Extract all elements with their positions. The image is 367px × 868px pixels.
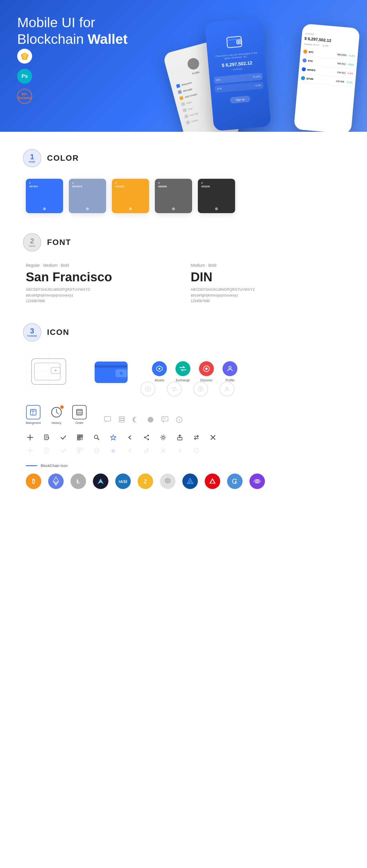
- right-arrow-icon-ghost: [175, 446, 184, 455]
- svg-point-20: [205, 368, 207, 370]
- icon-grid: Assets Exchange: [26, 353, 344, 489]
- svg-rect-61: [80, 439, 81, 440]
- svg-line-70: [145, 438, 148, 439]
- swatch-gray: #666666: [155, 179, 192, 213]
- ghost-app-icons: [140, 381, 344, 397]
- svg-marker-93: [53, 482, 59, 486]
- color-title: COLOR: [47, 154, 79, 163]
- coin-zcash: Z: [138, 473, 153, 489]
- svg-line-64: [97, 438, 99, 440]
- svg-point-18: [159, 368, 160, 370]
- svg-rect-59: [80, 438, 81, 439]
- utility-icons-row-2: i: [26, 446, 344, 455]
- check-icon-ghost: [59, 446, 68, 455]
- main-content: 1 ONE COLOR #3574FA #8DA0C8: [0, 132, 367, 526]
- document-edit-icon: [43, 433, 51, 442]
- layers-icon: [118, 416, 125, 425]
- qr-icon-ghost: [76, 446, 84, 455]
- coin-ltc: Ł: [70, 473, 86, 489]
- plus-icon: [26, 433, 34, 442]
- swatch-lightblue: #8DA0C8: [69, 179, 106, 213]
- management-icon: [26, 405, 40, 420]
- section-number-2: 2 TWO: [23, 233, 41, 251]
- history-dot: [60, 405, 64, 409]
- utility-icons-row-1: [26, 433, 344, 442]
- close-icon-ghost: [159, 446, 167, 455]
- coin-iota: [160, 473, 175, 489]
- order-icon: [72, 405, 87, 420]
- coin-golem: [227, 473, 243, 489]
- left-arrow-icon: [125, 433, 134, 442]
- plus-icon-ghost: [26, 446, 34, 455]
- coin-wings: [93, 473, 108, 489]
- svg-marker-86: [111, 448, 116, 453]
- icon-title: ICON: [47, 328, 69, 337]
- check-icon: [59, 433, 68, 442]
- svg-point-85: [95, 450, 98, 452]
- coin-lisk: [182, 473, 198, 489]
- export-icon: [175, 433, 184, 442]
- wallet-solid: [89, 353, 135, 390]
- color-section-header: 1 ONE COLOR: [23, 149, 344, 167]
- history-nav-item: History: [49, 405, 64, 425]
- svg-point-23: [147, 388, 149, 390]
- svg-text:i: i: [196, 449, 197, 452]
- font-section-header: 2 TWO FONT: [23, 233, 344, 251]
- wallet-wireframe: [26, 353, 72, 390]
- svg-rect-14: [94, 365, 128, 368]
- blockchain-line-decor: [26, 465, 37, 466]
- coin-tron: [205, 473, 220, 489]
- coin-btc: ₿: [26, 473, 41, 489]
- hero-title: Mobile UI for Blockchain Wallet: [17, 14, 161, 47]
- svg-text:i: i: [179, 418, 180, 422]
- svg-rect-60: [82, 438, 83, 439]
- profile-icon-item: Profile: [223, 361, 237, 382]
- close-icon: [209, 433, 217, 442]
- order-nav-item: Order: [72, 405, 87, 425]
- share-icon: [142, 433, 151, 442]
- font-grid: Regular · Medium · Bold San Francisco AB…: [26, 263, 344, 303]
- svg-rect-54: [78, 435, 79, 437]
- blockchain-label: BlockChain Icon: [26, 464, 344, 468]
- coin-matic: [250, 473, 265, 489]
- svg-text:Ł: Ł: [77, 478, 80, 485]
- svg-point-10: [55, 370, 56, 371]
- assets-icon: [152, 361, 167, 376]
- svg-point-67: [148, 439, 149, 440]
- color-section: 1 ONE COLOR #3574FA #8DA0C8: [23, 149, 344, 213]
- document-edit-icon-ghost: [43, 446, 51, 455]
- svg-line-69: [145, 436, 148, 437]
- svg-rect-81: [78, 448, 80, 450]
- crypto-coins-row: ₿ Ł: [26, 473, 344, 489]
- swatch-blue: #3574FA: [26, 179, 63, 213]
- hero-icons: Ps 60+Screens: [17, 49, 32, 104]
- target-icon-ghost: [92, 446, 101, 455]
- svg-rect-82: [80, 448, 83, 450]
- star-icon-ghost: [109, 446, 117, 455]
- section-number-1: 1 ONE: [23, 149, 41, 167]
- ghost-profile-icon: [220, 381, 234, 397]
- discover-icon-item: Discover: [199, 361, 214, 382]
- dot-icon: [147, 416, 154, 425]
- screens-badge: 60+Screens: [17, 89, 32, 104]
- font-section: 2 TWO FONT Regular · Medium · Bold San F…: [23, 233, 344, 303]
- svg-point-16: [120, 372, 123, 375]
- order-label: Order: [76, 421, 83, 425]
- history-label: History: [52, 421, 61, 425]
- svg-rect-37: [104, 416, 111, 421]
- svg-point-84: [94, 448, 99, 453]
- exchange-icon-item: Exchange: [175, 361, 190, 382]
- svg-point-68: [144, 437, 146, 438]
- profile-icon: [223, 361, 237, 376]
- svg-rect-62: [82, 439, 83, 440]
- info-icon-ghost: i: [192, 446, 201, 455]
- blockchain-label-text: BlockChain Icon: [41, 464, 68, 468]
- bottom-nav-icons: Mangment History: [26, 405, 344, 425]
- management-nav-item: Mangment: [26, 405, 41, 425]
- svg-marker-65: [111, 435, 116, 440]
- ghost-assets-icon: [140, 381, 156, 397]
- font-title: FONT: [47, 238, 71, 247]
- svg-point-38: [119, 416, 125, 418]
- speech-icon: [161, 416, 169, 425]
- phone-right: myWallet $ 6,297,502.12 Available: $2,51…: [293, 24, 360, 132]
